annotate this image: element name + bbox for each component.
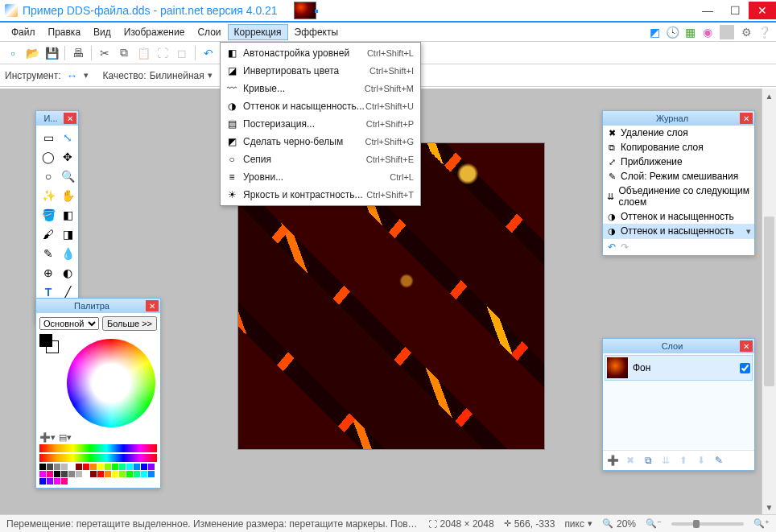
hue-strip-2[interactable] <box>39 454 157 462</box>
history-item[interactable]: ◑Оттенок и насыщенность <box>603 209 754 224</box>
new-button[interactable]: ▫ <box>5 45 21 61</box>
close-icon[interactable]: ✕ <box>740 340 753 352</box>
gradient-tool[interactable]: ◧ <box>59 206 76 224</box>
scroll-up-icon[interactable]: ▲ <box>762 89 776 103</box>
minimize-button[interactable]: — <box>694 2 721 19</box>
swatch[interactable] <box>76 464 82 470</box>
swatch[interactable] <box>112 471 118 477</box>
menu-file[interactable]: Файл <box>5 24 42 40</box>
swatch-grid[interactable] <box>39 464 157 485</box>
swatch[interactable] <box>105 464 111 470</box>
colors-window-icon[interactable]: ◉ <box>700 25 715 39</box>
paste-button[interactable]: 📋 <box>135 45 151 61</box>
dropdown-caret-icon[interactable]: ▾ <box>208 70 213 80</box>
zoom-in-icon[interactable]: 🔍⁺ <box>753 518 770 529</box>
print-button[interactable]: 🖶 <box>70 45 86 61</box>
move-tool-icon[interactable]: ↔ <box>64 68 80 84</box>
swatch[interactable] <box>68 471 75 477</box>
swatch[interactable] <box>68 464 75 470</box>
vertical-scrollbar[interactable]: ▲ ▼ <box>762 89 776 514</box>
menu-item[interactable]: ○ Сепия Ctrl+Shift+E <box>222 151 419 168</box>
close-icon[interactable]: ✕ <box>146 300 159 311</box>
settings-icon[interactable]: ⚙ <box>739 25 753 39</box>
menu-item[interactable]: 〰 Кривые... Ctrl+Shift+M <box>222 80 419 97</box>
crop-button[interactable]: ⛶ <box>155 45 171 61</box>
swatch[interactable] <box>54 478 60 485</box>
scroll-down-icon[interactable]: ▼ <box>762 500 776 514</box>
menu-layers[interactable]: Слои <box>191 24 227 40</box>
ellipse-select-tool[interactable]: ○ <box>39 167 57 185</box>
cut-button[interactable]: ✂ <box>97 45 113 61</box>
status-zoom[interactable]: 🔍20% <box>602 518 636 530</box>
swatch[interactable] <box>119 464 126 470</box>
swatch[interactable] <box>54 464 60 470</box>
pan-tool[interactable]: ✋ <box>59 187 76 204</box>
swatch[interactable] <box>47 464 53 470</box>
maximize-button[interactable]: ☐ <box>721 2 749 19</box>
status-units[interactable]: пикс▾ <box>564 518 592 530</box>
swatch[interactable] <box>39 478 46 485</box>
swatch[interactable] <box>148 471 155 477</box>
layer-visible-checkbox[interactable] <box>740 363 750 373</box>
color-swatches[interactable] <box>39 334 60 355</box>
swatch[interactable] <box>39 464 46 470</box>
undo-button[interactable]: ↶ <box>200 45 217 61</box>
save-button[interactable]: 💾 <box>43 45 60 61</box>
more-button[interactable]: Больше >> <box>102 316 157 331</box>
swatch[interactable] <box>61 471 68 477</box>
swatch[interactable] <box>39 471 46 477</box>
zoom-knob[interactable] <box>693 520 700 528</box>
swatch[interactable] <box>83 464 89 470</box>
primary-color[interactable] <box>39 334 52 347</box>
panel-header[interactable]: Палитра ✕ <box>36 299 160 313</box>
history-item[interactable]: ✖Удаление слоя <box>603 126 754 140</box>
color-marker[interactable] <box>108 380 114 386</box>
swatch[interactable] <box>112 464 118 470</box>
wand-tool[interactable]: ✨ <box>39 187 57 204</box>
add-layer-icon[interactable]: ➕ <box>605 453 620 468</box>
menu-image[interactable]: Изображение <box>118 24 192 40</box>
duplicate-layer-icon[interactable]: ⧉ <box>641 453 655 468</box>
swatch[interactable] <box>76 471 82 477</box>
layers-window-icon[interactable]: ▦ <box>683 25 697 39</box>
swatch[interactable] <box>126 464 133 470</box>
swatch[interactable] <box>134 464 140 470</box>
pencil-tool[interactable]: ✎ <box>39 245 57 262</box>
rect-select-tool[interactable]: ▭ <box>39 129 57 146</box>
menu-adjustments[interactable]: Коррекция <box>228 24 288 40</box>
history-item[interactable]: ⧉Копирование слоя <box>603 140 754 155</box>
eraser-tool[interactable]: ◨ <box>59 225 76 243</box>
menu-item[interactable]: ≡ Уровни... Ctrl+L <box>222 168 419 186</box>
deselect-button[interactable]: ◻ <box>174 45 190 61</box>
move-up-icon[interactable]: ⬆ <box>676 453 691 468</box>
panel-header[interactable]: И... ✕ <box>36 111 78 126</box>
move-sel-tool[interactable]: ✥ <box>59 148 76 166</box>
help-icon[interactable]: ❔ <box>757 25 771 39</box>
swatch[interactable] <box>90 471 97 477</box>
swatch[interactable] <box>47 471 53 477</box>
zoom-slider[interactable] <box>671 522 744 526</box>
swatch[interactable] <box>54 471 60 477</box>
open-button[interactable]: 📂 <box>24 45 40 61</box>
zoom-tool[interactable]: 🔍 <box>59 167 76 185</box>
menu-item[interactable]: ▤ Постеризация... Ctrl+Shift+P <box>222 115 419 133</box>
dropdown-caret-icon[interactable]: ▾ <box>84 70 89 80</box>
swatch[interactable] <box>90 464 97 470</box>
history-item[interactable]: ⇊Объединение со следующим слоем <box>603 184 754 209</box>
picker-tool[interactable]: 💧 <box>59 245 76 262</box>
palette-add-icon[interactable]: ➕▾ <box>39 432 56 443</box>
swatch[interactable] <box>141 471 147 477</box>
brush-tool[interactable]: 🖌 <box>39 225 57 243</box>
menu-edit[interactable]: Правка <box>42 24 88 40</box>
close-icon[interactable]: ✕ <box>740 113 753 124</box>
move-down-icon[interactable]: ⬇ <box>694 453 708 468</box>
history-item[interactable]: ⤢Приближение <box>603 155 754 169</box>
swatch[interactable] <box>134 471 140 477</box>
history-item[interactable]: ◑Оттенок и насыщенность▾ <box>603 224 754 238</box>
quality-value[interactable]: Билинейная <box>150 70 204 81</box>
swatch[interactable] <box>47 478 53 485</box>
palette-menu-icon[interactable]: ▤▾ <box>59 432 72 443</box>
menu-item[interactable]: ◩ Сделать черно-белым Ctrl+Shift+G <box>222 133 419 151</box>
redo-icon[interactable]: ↷ <box>621 241 629 253</box>
swatch[interactable] <box>97 464 104 470</box>
